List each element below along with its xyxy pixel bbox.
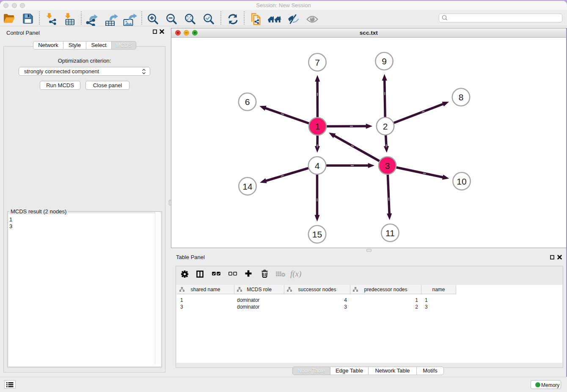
svg-text:1: 1 (315, 121, 320, 131)
svg-text:2: 2 (383, 121, 388, 131)
svg-text:9: 9 (382, 56, 387, 66)
svg-text:8: 8 (459, 92, 464, 102)
svg-text:10: 10 (457, 177, 466, 186)
svg-text:6: 6 (245, 97, 250, 107)
svg-text:11: 11 (385, 228, 395, 238)
svg-text:7: 7 (315, 58, 320, 67)
svg-text:4: 4 (315, 161, 320, 171)
svg-text:14: 14 (242, 182, 253, 191)
svg-text:3: 3 (385, 161, 390, 171)
svg-text:15: 15 (312, 229, 322, 239)
